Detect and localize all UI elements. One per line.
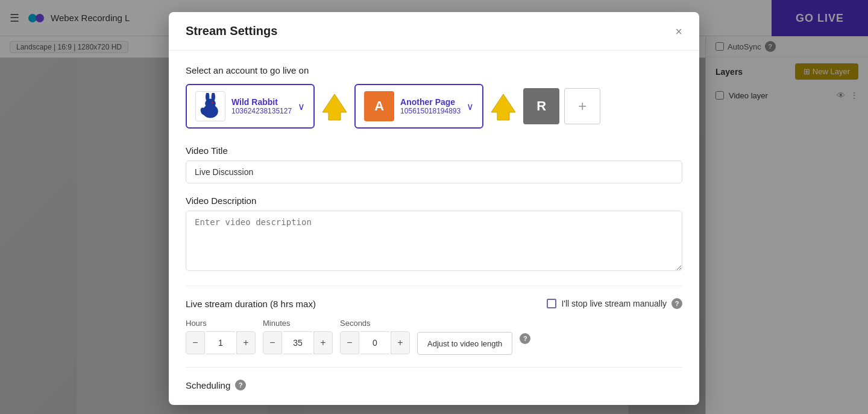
- scheduling-label: Scheduling: [186, 380, 230, 390]
- another-page-info: Another Page 105615018194893: [400, 97, 461, 115]
- modal-body: Select an account to go live on: [169, 51, 699, 405]
- manual-stop-label: I'll stop live stream manually: [561, 299, 667, 308]
- video-description-label: Video Description: [186, 196, 682, 206]
- minutes-increment-button[interactable]: +: [313, 331, 333, 354]
- scheduling-section: Scheduling ?: [186, 380, 682, 390]
- video-title-group: Video Title: [186, 145, 682, 183]
- hours-input-row: − +: [186, 331, 256, 354]
- divider-1: [186, 285, 682, 286]
- scheduling-help-icon[interactable]: ?: [235, 380, 246, 390]
- minutes-value-input[interactable]: [283, 331, 312, 354]
- manual-stop-checkbox[interactable]: [547, 299, 556, 308]
- manual-stop-help-icon[interactable]: ?: [671, 298, 682, 309]
- add-account-card[interactable]: +: [564, 88, 600, 124]
- svg-point-16: [212, 101, 213, 103]
- hours-value-input[interactable]: [206, 331, 235, 354]
- minutes-input-row: − +: [263, 331, 333, 354]
- rabbit-icon: [198, 93, 222, 119]
- hours-group: Hours − +: [186, 319, 256, 354]
- video-title-input[interactable]: [186, 161, 682, 183]
- seconds-value-input[interactable]: [360, 331, 389, 354]
- time-fields: Hours − + Minutes − +: [186, 319, 682, 355]
- adjust-to-video-length-button[interactable]: Adjust to video length: [417, 332, 512, 355]
- manual-stop-area: I'll stop live stream manually ?: [547, 298, 682, 309]
- another-page-id: 105615018194893: [400, 107, 461, 115]
- modal-header: Stream Settings ×: [169, 12, 699, 51]
- seconds-group: Seconds − +: [340, 319, 410, 354]
- select-account-label: Select an account to go live on: [186, 65, 682, 75]
- another-page-avatar: A: [364, 91, 394, 121]
- yellow-arrow-2: [488, 91, 518, 121]
- hours-decrement-button[interactable]: −: [186, 331, 205, 354]
- modal-title: Stream Settings: [186, 24, 277, 38]
- wild-rabbit-info: Wild Rabbit 103624238135127: [231, 97, 292, 115]
- modal-overlay: Stream Settings × Select an account to g…: [0, 0, 868, 414]
- svg-marker-19: [491, 94, 515, 120]
- video-title-label: Video Title: [186, 145, 682, 156]
- video-description-textarea[interactable]: [186, 211, 682, 271]
- accounts-row: Wild Rabbit 103624238135127 ∨ A Another …: [186, 84, 682, 129]
- arrow-2-container: [488, 91, 518, 121]
- divider-2: [186, 367, 682, 368]
- hours-label: Hours: [186, 319, 256, 328]
- another-page-chevron: ∨: [467, 101, 474, 112]
- seconds-decrement-button[interactable]: −: [340, 331, 359, 354]
- r-account-card[interactable]: R: [523, 88, 559, 124]
- seconds-input-row: − +: [340, 331, 410, 354]
- hours-increment-button[interactable]: +: [236, 331, 256, 354]
- seconds-label: Seconds: [340, 319, 410, 328]
- another-page-name: Another Page: [400, 97, 461, 107]
- video-description-group: Video Description: [186, 196, 682, 273]
- seconds-increment-button[interactable]: +: [391, 331, 410, 354]
- stream-settings-modal: Stream Settings × Select an account to g…: [169, 12, 699, 405]
- another-page-account-card[interactable]: A Another Page 105615018194893 ∨: [354, 84, 483, 129]
- minutes-label: Minutes: [263, 319, 333, 328]
- wild-rabbit-avatar: [195, 91, 225, 121]
- duration-title: Live stream duration (8 hrs max): [186, 299, 316, 309]
- minutes-group: Minutes − +: [263, 319, 333, 354]
- wild-rabbit-id: 103624238135127: [231, 107, 292, 115]
- wild-rabbit-account-card[interactable]: Wild Rabbit 103624238135127 ∨: [186, 84, 315, 129]
- yellow-arrow-1: [319, 91, 350, 121]
- duration-help-icon[interactable]: ?: [520, 333, 530, 344]
- duration-header: Live stream duration (8 hrs max) I'll st…: [186, 298, 682, 309]
- modal-close-button[interactable]: ×: [675, 25, 682, 37]
- wild-rabbit-chevron: ∨: [298, 101, 305, 112]
- wild-rabbit-name: Wild Rabbit: [231, 97, 292, 107]
- svg-marker-18: [322, 94, 347, 120]
- arrow-1-container: [319, 91, 350, 121]
- minutes-decrement-button[interactable]: −: [263, 331, 282, 354]
